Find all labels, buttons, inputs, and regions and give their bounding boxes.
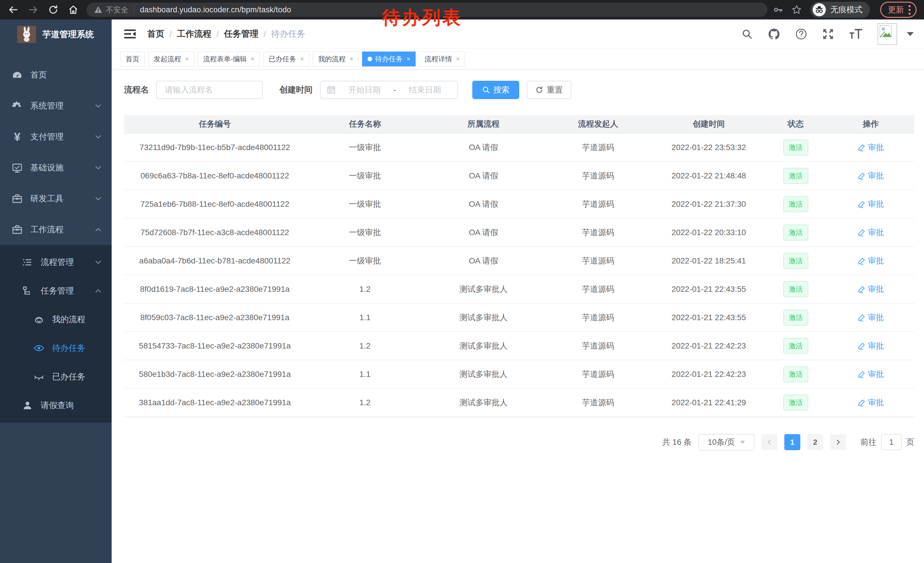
- search-button[interactable]: 搜索: [472, 81, 519, 99]
- breadcrumb-workflow[interactable]: 工作流程: [177, 28, 211, 40]
- cell-create-time: 2022-01-22 23:53:32: [654, 134, 764, 161]
- sidebar-item-payment[interactable]: ¥ 支付管理: [0, 122, 112, 152]
- goto-page-input[interactable]: [881, 434, 902, 450]
- app-logo[interactable]: 芋道管理系统: [0, 20, 112, 49]
- page-size-select[interactable]: 10条/页: [699, 434, 754, 450]
- approve-link-label: 审批: [868, 227, 884, 238]
- tab[interactable]: 首页: [120, 51, 145, 66]
- cell-task-name: 一级审批: [306, 190, 424, 218]
- approve-link[interactable]: 审批: [858, 170, 884, 181]
- next-page-button[interactable]: [830, 434, 846, 450]
- eye-icon: [33, 343, 45, 354]
- breadcrumb-task-mgmt[interactable]: 任务管理: [224, 28, 258, 40]
- address-bar[interactable]: 不安全 dashboard.yudao.iocoder.cn/bpm/task/…: [87, 3, 767, 17]
- active-dot: [368, 57, 372, 61]
- user-avatar[interactable]: [878, 23, 897, 45]
- tab[interactable]: 我的流程 ×: [313, 51, 359, 66]
- breadcrumb-home[interactable]: 首页: [147, 28, 164, 40]
- tab[interactable]: 发起流程 ×: [148, 51, 194, 66]
- search-icon[interactable]: [741, 29, 753, 40]
- avatar-dropdown-caret[interactable]: [907, 32, 914, 36]
- status-badge: 激活: [783, 225, 808, 240]
- sidebar-item-system[interactable]: 系统管理: [0, 90, 112, 122]
- sidebar-item-label: 首页: [30, 69, 102, 81]
- browser-menu-icon[interactable]: [909, 5, 910, 15]
- approve-link[interactable]: 审批: [858, 255, 884, 266]
- approve-link[interactable]: 审批: [858, 369, 884, 380]
- sidebar-item-devtools[interactable]: 研发工具: [0, 183, 112, 214]
- sidebar-item-todo-tasks[interactable]: 待办任务: [0, 334, 112, 363]
- password-key-icon[interactable]: [773, 5, 783, 15]
- sidebar-item-process-mgmt[interactable]: 流程管理: [0, 248, 112, 277]
- tab-close-icon[interactable]: ×: [300, 55, 304, 63]
- tab[interactable]: 流程详情 ×: [419, 51, 465, 66]
- tab-label: 待办任务: [375, 54, 402, 63]
- approve-link[interactable]: 审批: [858, 284, 884, 295]
- yen-icon: ¥: [11, 131, 24, 144]
- browser-forward-icon[interactable]: [27, 3, 39, 16]
- bookmark-star-icon[interactable]: [792, 5, 802, 15]
- cell-process: OA 请假: [424, 247, 543, 275]
- sidebar-item-label: 流程管理: [40, 257, 94, 268]
- approve-link[interactable]: 审批: [858, 227, 884, 238]
- approve-link-label: 审批: [868, 142, 884, 153]
- navbar-tools: [741, 23, 914, 45]
- sidebar-item-leave-query[interactable]: 请假查询: [0, 391, 112, 420]
- sidebar-item-label: 请假查询: [40, 400, 102, 411]
- browser-back-icon[interactable]: [7, 3, 20, 16]
- tab-close-icon[interactable]: ×: [251, 55, 255, 63]
- github-icon[interactable]: [768, 28, 780, 41]
- page-number-button[interactable]: 2: [807, 434, 823, 450]
- browser-reload-icon[interactable]: [47, 3, 60, 16]
- security-warning-icon[interactable]: [94, 6, 102, 14]
- sidebar-item-my-process[interactable]: 我的流程: [0, 305, 112, 334]
- cell-process: OA 请假: [424, 190, 543, 218]
- prev-page-button[interactable]: [761, 434, 777, 450]
- sidebar-item-task-mgmt[interactable]: 任务管理: [0, 277, 112, 305]
- approve-link-label: 审批: [868, 170, 884, 181]
- approve-link[interactable]: 审批: [858, 341, 884, 351]
- browser-home-icon[interactable]: [67, 3, 80, 16]
- sidebar-item-infra[interactable]: 基础设施: [0, 152, 112, 183]
- sidebar-toggle-icon[interactable]: [124, 29, 136, 40]
- tab[interactable]: 流程表单-编辑 ×: [198, 51, 260, 66]
- task-table: 任务编号 任务名称 所属流程 流程发起人 创建时间 状态 操作: [124, 115, 914, 417]
- approve-link[interactable]: 审批: [858, 199, 884, 210]
- font-size-icon[interactable]: [849, 29, 863, 40]
- sidebar-item-label: 待办任务: [52, 342, 102, 354]
- logo-image: [17, 26, 36, 43]
- sidebar-item-done-tasks[interactable]: 已办任务: [0, 363, 112, 391]
- tab-close-icon[interactable]: ×: [406, 55, 410, 63]
- person-icon: [21, 400, 34, 411]
- sidebar-item-home[interactable]: 首页: [0, 60, 112, 90]
- tab-close-icon[interactable]: ×: [350, 55, 354, 63]
- end-date-placeholder[interactable]: 结束日期: [399, 84, 451, 95]
- tab-label: 发起流程: [154, 54, 181, 63]
- cell-task-name: 一级审批: [306, 219, 424, 246]
- page-number-button[interactable]: 1: [784, 434, 800, 450]
- table-row: 580e1b3d-7ac8-11ec-a9e2-a2380e71991a 1.1…: [124, 360, 914, 389]
- update-label[interactable]: 更新: [888, 4, 904, 15]
- start-date-placeholder[interactable]: 开始日期: [338, 84, 390, 95]
- tab-close-icon[interactable]: ×: [185, 55, 189, 63]
- date-range-picker[interactable]: 开始日期 - 结束日期: [320, 81, 458, 99]
- browser-update-button[interactable]: 更新: [880, 2, 916, 18]
- tab[interactable]: 待办任务 ×: [362, 51, 416, 66]
- help-icon[interactable]: [795, 28, 807, 40]
- approve-link-label: 审批: [868, 341, 884, 351]
- tab-close-icon[interactable]: ×: [456, 55, 460, 63]
- reset-button[interactable]: 重置: [527, 81, 572, 99]
- url-text[interactable]: dashboard.yudao.iocoder.cn/bpm/task/todo: [140, 6, 291, 14]
- approve-link[interactable]: 审批: [858, 142, 884, 153]
- approve-link[interactable]: 审批: [858, 312, 884, 323]
- security-label[interactable]: 不安全: [106, 5, 128, 15]
- cell-create-time: 2022-01-21 22:42:23: [654, 360, 764, 388]
- approve-link[interactable]: 审批: [858, 397, 884, 408]
- fullscreen-icon[interactable]: [822, 28, 834, 40]
- urlbar-divider: [134, 6, 134, 14]
- sidebar-item-workflow[interactable]: 工作流程: [0, 214, 112, 245]
- tab[interactable]: 已办任务 ×: [263, 51, 309, 66]
- breadcrumb-separator: /: [170, 29, 172, 39]
- process-name-input[interactable]: [156, 81, 263, 99]
- sidebar-item-label: 工作流程: [30, 224, 94, 236]
